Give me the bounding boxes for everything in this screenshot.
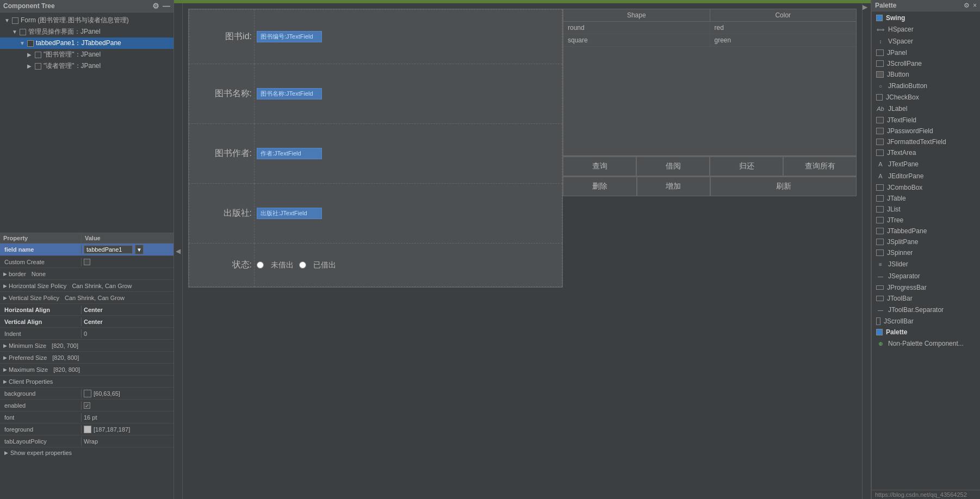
show-expert-row[interactable]: ▶ Show expert properties — [0, 447, 173, 458]
btn-delete[interactable]: 删除 — [563, 177, 637, 196]
palette-item-jprogressbar[interactable]: JProgressBar — [872, 282, 980, 293]
radio-unborrowed[interactable] — [257, 261, 264, 269]
left-arrow-icon[interactable]: ◀ — [176, 247, 181, 255]
btn-search-all[interactable]: 查询所有 — [783, 157, 857, 176]
fieldname-dropdown[interactable]: ▼ — [135, 245, 144, 254]
prop-name-vsize[interactable]: ▶ Vertical Size Policy — [0, 294, 61, 302]
palette-item-jtree[interactable]: JTree — [872, 215, 980, 226]
tree-checkbox-panel2[interactable] — [35, 63, 41, 70]
textfield-author[interactable]: 作者:JTextField — [257, 148, 322, 159]
jtextpane-label: JTextPane — [888, 160, 919, 168]
jtoolbar-icon — [876, 296, 884, 301]
left-arrow-bar: ◀ — [174, 3, 183, 499]
jscrollbar-label: JScrollBar — [884, 317, 914, 325]
customcreate-checkbox[interactable] — [84, 259, 90, 265]
btn-search[interactable]: 查询 — [563, 157, 636, 176]
minimize-icon[interactable]: — — [163, 2, 170, 10]
table-row-status: 状态: 未借出 已借出 — [189, 244, 562, 287]
btn-borrow[interactable]: 借阅 — [636, 157, 710, 176]
palette-close-icon[interactable]: × — [973, 2, 977, 9]
palette-item-jlist[interactable]: JList — [872, 204, 980, 215]
tree-item-panel1[interactable]: ▶ "图书管理"：JPanel — [0, 49, 173, 60]
palette-item-jbutton[interactable]: JButton — [872, 69, 980, 80]
palette-title: Palette — [875, 2, 896, 9]
palette-item-jtoolbar[interactable]: JToolBar — [872, 293, 980, 304]
palette-item-jlabel[interactable]: Ab JLabel — [872, 103, 980, 115]
textfield-bookname[interactable]: 图书名称:JTextField — [257, 88, 322, 99]
palette-item-jscrollbar[interactable]: JScrollBar — [872, 316, 980, 327]
tree-item-panel2[interactable]: ▶ "读者管理"：JPanel — [0, 60, 173, 72]
tree-checkbox-jpanel[interactable] — [20, 29, 26, 35]
prop-name-prefsize[interactable]: ▶ Preferred Size — [0, 353, 49, 362]
palette-item-jpasswordfield[interactable]: JPasswordField — [872, 126, 980, 136]
prop-row-fieldname: field name ▼ — [0, 244, 173, 256]
palette-item-jcombobox[interactable]: JComboBox — [872, 182, 980, 193]
btn-refresh[interactable]: 刷新 — [710, 177, 857, 196]
palette-item-jscrollpane[interactable]: JScrollPane — [872, 58, 980, 69]
prop-name-maxsize[interactable]: ▶ Maximum Size — [0, 365, 50, 374]
textfield-publisher[interactable]: 出版社:JTextField — [257, 208, 322, 219]
palette-item-jspinner[interactable]: JSpinner — [872, 247, 980, 258]
prop-name-hsize[interactable]: ▶ Horizontal Size Policy — [0, 282, 69, 290]
tree-item-tabbedpane[interactable]: ▼ tabbedPane1：JTabbedPane — [0, 38, 173, 49]
hsize-expand-arrow: ▶ — [3, 283, 7, 289]
field-bookid: 图书编号:JTextField — [255, 10, 562, 64]
settings-icon[interactable]: ⚙ — [152, 2, 159, 10]
palette-item-jformattedtextfield[interactable]: JFormattedTextField — [872, 136, 980, 147]
palette-section-header: Palette — [872, 327, 980, 338]
palette-item-nonpalette[interactable]: ⊕ Non-Palette Component... — [872, 338, 980, 350]
palette-item-jtextpane[interactable]: A JTextPane — [872, 158, 980, 170]
canvas-content: ◀ 图书id: 图书编号:JTextField — [174, 3, 871, 499]
palette-item-jeditorpane[interactable]: A JEditorPane — [872, 170, 980, 182]
shape-color-row-1: square green — [563, 34, 856, 47]
radio-borrowed[interactable] — [299, 261, 306, 269]
palette-item-jseparator[interactable]: — JSeparator — [872, 270, 980, 282]
palette-item-jpanel[interactable]: JPanel — [872, 47, 980, 58]
btn-add[interactable]: 增加 — [637, 177, 711, 196]
tree-item-form[interactable]: ▼ Form (图书管理.图书与读者信息管理) — [0, 15, 173, 26]
palette-item-vspacer[interactable]: ↕ VSpacer — [872, 35, 980, 47]
field-publisher: 出版社:JTextField — [255, 184, 562, 244]
palette-item-jcheckbox[interactable]: JCheckBox — [872, 92, 980, 103]
form-table: 图书id: 图书编号:JTextField 图书名称: 图书名称:JTextFi… — [189, 9, 562, 287]
textfield-bookid[interactable]: 图书编号:JTextField — [257, 31, 322, 42]
clientprops-expand-arrow: ▶ — [3, 379, 7, 384]
palette-item-jradiobutton[interactable]: ○ JRadioButton — [872, 80, 980, 92]
palette-item-hspacer[interactable]: ⟺ HSpacer — [872, 23, 980, 35]
palette-item-jslider[interactable]: ≡ JSlider — [872, 258, 980, 270]
prop-name-border[interactable]: ▶ border — [0, 270, 28, 278]
palette-item-jtoolbarseparator[interactable]: — JToolBar.Separator — [872, 304, 980, 316]
palette-item-jtextfield[interactable]: JTextField — [872, 115, 980, 126]
tree-item-jpanel[interactable]: ▼ 管理员操作界面：JPanel — [0, 26, 173, 38]
status-bar: https://blog.csdn.net/qq_43564252 — [872, 490, 980, 499]
tree-checkbox-form[interactable] — [12, 17, 18, 24]
component-tree-area: ▼ Form (图书管理.图书与读者信息管理) ▼ 管理员操作界面：JPanel… — [0, 13, 173, 233]
enabled-checkbox[interactable] — [84, 402, 90, 409]
tree-checkbox-panel1[interactable] — [35, 52, 41, 58]
jscrollbar-icon — [876, 317, 880, 325]
fieldname-input[interactable] — [84, 245, 133, 254]
prop-name-halign: Horizontal Align — [0, 305, 82, 314]
prop-value-fieldname[interactable]: ▼ — [82, 244, 173, 255]
palette-item-jtabbedpane[interactable]: JTabbedPane — [872, 226, 980, 236]
palette-settings-icon[interactable]: ⚙ — [964, 2, 970, 9]
table-row-publisher: 出版社: 出版社:JTextField — [189, 184, 562, 244]
jcheckbox-icon — [876, 94, 883, 101]
jprogressbar-icon — [876, 285, 884, 290]
tree-checkbox-tabbedpane[interactable] — [27, 40, 34, 47]
prop-name-minsize[interactable]: ▶ Minimum Size — [0, 341, 48, 350]
jlabel-label: JLabel — [888, 105, 907, 113]
right-arrow-icon[interactable]: ▶ — [863, 3, 867, 11]
prop-value-prefsize: [820, 800] — [49, 354, 79, 361]
background-color-swatch[interactable] — [84, 390, 91, 397]
jtree-label: JTree — [887, 216, 903, 224]
palette-item-jtable[interactable]: JTable — [872, 193, 980, 204]
prop-name-clientprops[interactable]: ▶ Client Properties — [0, 377, 55, 386]
btn-return[interactable]: 归还 — [710, 157, 783, 176]
palette-item-jtextarea[interactable]: JTextArea — [872, 147, 980, 158]
palette-item-jsplitpane[interactable]: JSplitPane — [872, 236, 980, 247]
jtree-icon — [876, 217, 884, 223]
foreground-color-swatch[interactable] — [84, 426, 91, 433]
status-url: https://blog.csdn.net/qq_43564252 — [875, 491, 967, 498]
table-row-bookname: 图书名称: 图书名称:JTextField — [189, 64, 562, 124]
